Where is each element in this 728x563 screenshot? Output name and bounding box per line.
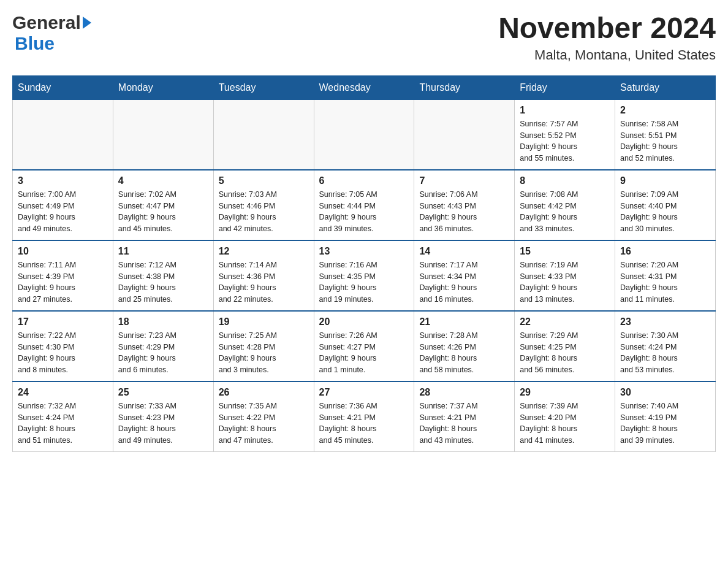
table-row: 9Sunrise: 7:09 AM Sunset: 4:40 PM Daylig…: [615, 170, 716, 240]
table-row: 27Sunrise: 7:36 AM Sunset: 4:21 PM Dayli…: [314, 381, 414, 452]
page-header: General Blue November 2024 Malta, Montan…: [12, 12, 716, 63]
day-number: 7: [419, 175, 509, 186]
day-number: 23: [620, 316, 710, 327]
day-info: Sunrise: 7:20 AM Sunset: 4:31 PM Dayligh…: [620, 259, 710, 305]
day-info: Sunrise: 7:03 AM Sunset: 4:46 PM Dayligh…: [219, 189, 309, 235]
header-sunday: Sunday: [13, 75, 113, 99]
day-info: Sunrise: 7:06 AM Sunset: 4:43 PM Dayligh…: [419, 189, 509, 235]
table-row: 21Sunrise: 7:28 AM Sunset: 4:26 PM Dayli…: [414, 311, 515, 381]
calendar-header-row: Sunday Monday Tuesday Wednesday Thursday…: [13, 75, 716, 99]
table-row: 30Sunrise: 7:40 AM Sunset: 4:19 PM Dayli…: [615, 381, 716, 452]
table-row: 3Sunrise: 7:00 AM Sunset: 4:49 PM Daylig…: [13, 170, 113, 240]
table-row: 12Sunrise: 7:14 AM Sunset: 4:36 PM Dayli…: [213, 240, 314, 311]
table-row: 7Sunrise: 7:06 AM Sunset: 4:43 PM Daylig…: [414, 170, 515, 240]
table-row: 6Sunrise: 7:05 AM Sunset: 4:44 PM Daylig…: [314, 170, 414, 240]
day-info: Sunrise: 7:36 AM Sunset: 4:21 PM Dayligh…: [319, 400, 409, 446]
day-number: 15: [520, 246, 610, 257]
day-info: Sunrise: 7:32 AM Sunset: 4:24 PM Dayligh…: [18, 400, 108, 446]
day-info: Sunrise: 7:11 AM Sunset: 4:39 PM Dayligh…: [18, 259, 108, 305]
day-info: Sunrise: 7:29 AM Sunset: 4:25 PM Dayligh…: [520, 330, 610, 376]
table-row: [113, 99, 213, 170]
day-number: 25: [118, 387, 208, 398]
calendar-week-row: 17Sunrise: 7:22 AM Sunset: 4:30 PM Dayli…: [13, 311, 716, 381]
table-row: 17Sunrise: 7:22 AM Sunset: 4:30 PM Dayli…: [13, 311, 113, 381]
day-info: Sunrise: 7:35 AM Sunset: 4:22 PM Dayligh…: [219, 400, 309, 446]
day-number: 16: [620, 246, 710, 257]
table-row: 24Sunrise: 7:32 AM Sunset: 4:24 PM Dayli…: [13, 381, 113, 452]
day-info: Sunrise: 7:02 AM Sunset: 4:47 PM Dayligh…: [118, 189, 208, 235]
day-info: Sunrise: 7:33 AM Sunset: 4:23 PM Dayligh…: [118, 400, 208, 446]
day-info: Sunrise: 7:09 AM Sunset: 4:40 PM Dayligh…: [620, 189, 710, 235]
table-row: 29Sunrise: 7:39 AM Sunset: 4:20 PM Dayli…: [515, 381, 615, 452]
day-info: Sunrise: 7:28 AM Sunset: 4:26 PM Dayligh…: [419, 330, 509, 376]
day-info: Sunrise: 7:00 AM Sunset: 4:49 PM Dayligh…: [18, 189, 108, 235]
day-info: Sunrise: 7:12 AM Sunset: 4:38 PM Dayligh…: [118, 259, 208, 305]
calendar-week-row: 10Sunrise: 7:11 AM Sunset: 4:39 PM Dayli…: [13, 240, 716, 311]
day-number: 17: [18, 316, 108, 327]
table-row: 20Sunrise: 7:26 AM Sunset: 4:27 PM Dayli…: [314, 311, 414, 381]
location: Malta, Montana, United States: [498, 47, 716, 63]
day-info: Sunrise: 7:57 AM Sunset: 5:52 PM Dayligh…: [520, 118, 610, 164]
day-number: 2: [620, 105, 710, 116]
day-number: 14: [419, 246, 509, 257]
day-info: Sunrise: 7:08 AM Sunset: 4:42 PM Dayligh…: [520, 189, 610, 235]
calendar-week-row: 3Sunrise: 7:00 AM Sunset: 4:49 PM Daylig…: [13, 170, 716, 240]
day-number: 29: [520, 387, 610, 398]
day-info: Sunrise: 7:39 AM Sunset: 4:20 PM Dayligh…: [520, 400, 610, 446]
day-number: 26: [219, 387, 309, 398]
day-info: Sunrise: 7:25 AM Sunset: 4:28 PM Dayligh…: [219, 330, 309, 376]
header-saturday: Saturday: [615, 75, 716, 99]
header-friday: Friday: [515, 75, 615, 99]
day-info: Sunrise: 7:14 AM Sunset: 4:36 PM Dayligh…: [219, 259, 309, 305]
day-number: 20: [319, 316, 409, 327]
day-number: 10: [18, 246, 108, 257]
title-section: November 2024 Malta, Montana, United Sta…: [498, 12, 716, 63]
table-row: 8Sunrise: 7:08 AM Sunset: 4:42 PM Daylig…: [515, 170, 615, 240]
day-info: Sunrise: 7:05 AM Sunset: 4:44 PM Dayligh…: [319, 189, 409, 235]
day-number: 4: [118, 175, 208, 186]
day-number: 3: [18, 175, 108, 186]
table-row: 4Sunrise: 7:02 AM Sunset: 4:47 PM Daylig…: [113, 170, 213, 240]
header-tuesday: Tuesday: [213, 75, 314, 99]
table-row: 28Sunrise: 7:37 AM Sunset: 4:21 PM Dayli…: [414, 381, 515, 452]
table-row: 11Sunrise: 7:12 AM Sunset: 4:38 PM Dayli…: [113, 240, 213, 311]
table-row: 25Sunrise: 7:33 AM Sunset: 4:23 PM Dayli…: [113, 381, 213, 452]
day-info: Sunrise: 7:26 AM Sunset: 4:27 PM Dayligh…: [319, 330, 409, 376]
month-title: November 2024: [498, 12, 716, 45]
calendar-week-row: 1Sunrise: 7:57 AM Sunset: 5:52 PM Daylig…: [13, 99, 716, 170]
day-info: Sunrise: 7:58 AM Sunset: 5:51 PM Dayligh…: [620, 118, 710, 164]
day-number: 27: [319, 387, 409, 398]
table-row: 2Sunrise: 7:58 AM Sunset: 5:51 PM Daylig…: [615, 99, 716, 170]
table-row: 16Sunrise: 7:20 AM Sunset: 4:31 PM Dayli…: [615, 240, 716, 311]
table-row: [314, 99, 414, 170]
day-number: 19: [219, 316, 309, 327]
table-row: 10Sunrise: 7:11 AM Sunset: 4:39 PM Dayli…: [13, 240, 113, 311]
day-info: Sunrise: 7:37 AM Sunset: 4:21 PM Dayligh…: [419, 400, 509, 446]
table-row: 5Sunrise: 7:03 AM Sunset: 4:46 PM Daylig…: [213, 170, 314, 240]
table-row: 22Sunrise: 7:29 AM Sunset: 4:25 PM Dayli…: [515, 311, 615, 381]
table-row: 13Sunrise: 7:16 AM Sunset: 4:35 PM Dayli…: [314, 240, 414, 311]
logo-general-text: General: [12, 12, 81, 33]
header-wednesday: Wednesday: [314, 75, 414, 99]
day-info: Sunrise: 7:40 AM Sunset: 4:19 PM Dayligh…: [620, 400, 710, 446]
calendar-table: Sunday Monday Tuesday Wednesday Thursday…: [12, 75, 716, 452]
day-info: Sunrise: 7:23 AM Sunset: 4:29 PM Dayligh…: [118, 330, 208, 376]
day-number: 8: [520, 175, 610, 186]
day-number: 28: [419, 387, 509, 398]
day-number: 30: [620, 387, 710, 398]
day-info: Sunrise: 7:30 AM Sunset: 4:24 PM Dayligh…: [620, 330, 710, 376]
day-number: 6: [319, 175, 409, 186]
table-row: 1Sunrise: 7:57 AM Sunset: 5:52 PM Daylig…: [515, 99, 615, 170]
table-row: [213, 99, 314, 170]
day-number: 9: [620, 175, 710, 186]
day-number: 22: [520, 316, 610, 327]
table-row: [414, 99, 515, 170]
day-number: 24: [18, 387, 108, 398]
day-info: Sunrise: 7:17 AM Sunset: 4:34 PM Dayligh…: [419, 259, 509, 305]
day-number: 12: [219, 246, 309, 257]
table-row: 18Sunrise: 7:23 AM Sunset: 4:29 PM Dayli…: [113, 311, 213, 381]
logo: General Blue: [12, 12, 93, 54]
header-thursday: Thursday: [414, 75, 515, 99]
calendar-week-row: 24Sunrise: 7:32 AM Sunset: 4:24 PM Dayli…: [13, 381, 716, 452]
table-row: 15Sunrise: 7:19 AM Sunset: 4:33 PM Dayli…: [515, 240, 615, 311]
